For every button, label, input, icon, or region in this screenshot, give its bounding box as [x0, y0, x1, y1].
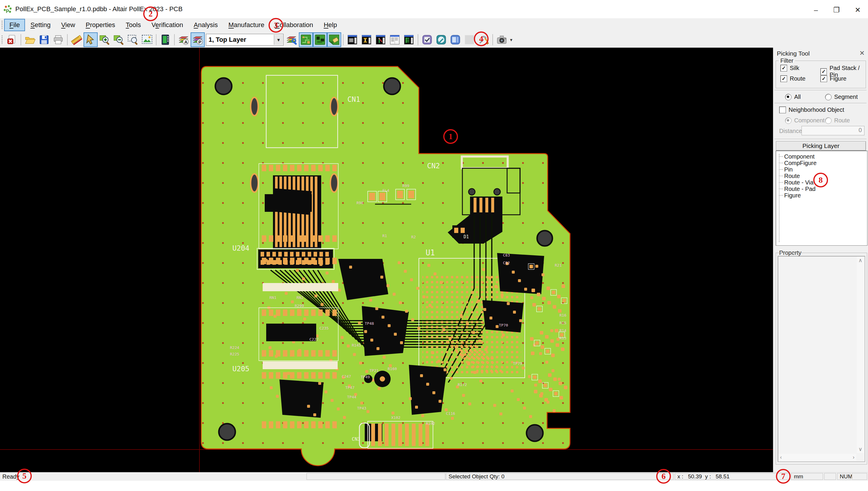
- component-window-button[interactable]: [345, 32, 359, 47]
- status-blank-cell-2: [852, 473, 867, 480]
- toolbar-separator: [156, 34, 156, 45]
- status-units: mm: [791, 473, 823, 480]
- origin-window-button[interactable]: [373, 32, 388, 47]
- menu-bar: FileSettingViewPropertiesToolsVerificati…: [0, 18, 868, 32]
- pcb-export-button[interactable]: [327, 32, 341, 47]
- zoom-fit-button[interactable]: [140, 32, 154, 47]
- pcb-route-button[interactable]: [299, 32, 313, 47]
- print-button[interactable]: [51, 32, 65, 47]
- panel-app-button[interactable]: [448, 32, 462, 47]
- menu-item-tools[interactable]: Tools: [121, 20, 146, 31]
- zoom-in-button[interactable]: [98, 32, 112, 47]
- camera-icon: [496, 34, 507, 45]
- annotation-circle-7: 7: [776, 469, 791, 484]
- pcb-ref-label: C116: [446, 411, 455, 416]
- pcb-ref-label: R99: [402, 183, 409, 188]
- toolbar: AP1, Top Layer▼▾: [0, 32, 868, 48]
- scroll-right-icon[interactable]: ›: [853, 454, 855, 460]
- menu-item-setting[interactable]: Setting: [26, 20, 55, 31]
- restore-button[interactable]: ❐: [827, 4, 846, 16]
- measure-ruler-icon: [71, 34, 82, 45]
- toolbar-overflow-chevron-icon[interactable]: ▾: [510, 37, 512, 42]
- board-display-button[interactable]: [158, 32, 172, 47]
- property-vscrollbar[interactable]: ∧ ∨: [857, 257, 864, 453]
- layer-select-dropdown[interactable]: 1, Top Layer▼: [206, 34, 283, 46]
- distance-input[interactable]: 0: [802, 126, 865, 135]
- save-file-button[interactable]: [37, 32, 51, 47]
- layer-list-item-compfigure[interactable]: CompFigure: [776, 160, 867, 166]
- toolbar-grip-handle[interactable]: [1, 35, 3, 45]
- annotation-circle-5: 5: [17, 469, 32, 483]
- panel-close-icon[interactable]: ✕: [860, 50, 865, 57]
- layer-list-item-pin[interactable]: Pin: [776, 166, 867, 173]
- pad-stack-pin-checkbox-box[interactable]: ✓: [820, 68, 827, 75]
- neighborhood-object-checkbox[interactable]: Neighborhood Object: [779, 107, 844, 113]
- select-cursor-button[interactable]: [84, 32, 98, 47]
- menu-item-manufacture[interactable]: Manufacture: [224, 20, 269, 31]
- menu-item-properties[interactable]: Properties: [81, 20, 120, 31]
- silk-checkbox-box[interactable]: ✓: [780, 65, 787, 71]
- layer-stack-p-button[interactable]: P: [190, 32, 205, 47]
- figure-checkbox-box[interactable]: ✓: [820, 75, 827, 82]
- zoom-window-button[interactable]: [126, 32, 140, 47]
- application-window: P PollEx_PCB_Sample_r1.0.pdbb - Altair P…: [0, 0, 868, 491]
- layer-list-item-figure[interactable]: Figure: [776, 192, 867, 199]
- picking-layer-list[interactable]: ComponentCompFigurePinRouteRoute - ViaRo…: [776, 151, 867, 246]
- pcb-component-button[interactable]: [313, 32, 327, 47]
- all-radio[interactable]: All: [785, 93, 801, 100]
- pcb-ref-label: RN2: [297, 295, 303, 300]
- segment-radio-dot[interactable]: [825, 94, 832, 100]
- camera-button[interactable]: [495, 32, 509, 47]
- minimize-button[interactable]: –: [807, 4, 825, 16]
- scroll-left-icon[interactable]: ‹: [780, 454, 782, 460]
- menu-item-analysis[interactable]: Analysis: [189, 20, 223, 31]
- annotation-circle-2: 2: [143, 6, 158, 21]
- layer-stack-a-icon: A: [178, 34, 189, 45]
- svg-text:P: P: [6, 9, 9, 14]
- all-radio-dot[interactable]: [785, 94, 791, 100]
- scroll-up-icon[interactable]: ∧: [858, 257, 862, 264]
- blank-icon: [464, 34, 475, 45]
- zoom-out-button[interactable]: [112, 32, 126, 47]
- close-document-button[interactable]: [5, 32, 19, 47]
- menu-item-help[interactable]: Help: [319, 20, 341, 31]
- menu-item-view[interactable]: View: [57, 20, 80, 31]
- route-checkbox[interactable]: ✓ Route: [780, 75, 805, 82]
- picking-layer-button[interactable]: Picking Layer: [776, 141, 866, 151]
- pcb-ref-label: R2: [411, 235, 416, 239]
- annotation-circle-4: 4: [474, 31, 488, 46]
- neighborhood-object-checkbox-box[interactable]: [779, 107, 786, 113]
- property-text-area[interactable]: [778, 256, 865, 462]
- layer-settings-button[interactable]: [285, 32, 299, 47]
- tree-window-button[interactable]: [402, 32, 416, 47]
- pcb-label-cn1: CN1: [348, 95, 360, 104]
- silk-checkbox[interactable]: ✓ Silk: [780, 65, 799, 71]
- verify-app-button[interactable]: [420, 32, 434, 47]
- route-checkbox-box[interactable]: ✓: [780, 75, 787, 82]
- open-file-button[interactable]: [23, 32, 37, 47]
- figure-checkbox[interactable]: ✓ Figure: [820, 75, 846, 82]
- status-coordinates: x : 50.39 y : 58.51: [675, 473, 790, 480]
- segment-radio[interactable]: Segment: [825, 93, 858, 100]
- edit-app-button[interactable]: [434, 32, 448, 47]
- pcb-ref-label: TP70: [499, 323, 508, 327]
- layer-stack-p-icon: P: [192, 34, 203, 45]
- select-cursor-icon: [85, 34, 96, 45]
- pcb-canvas[interactable]: CN1CN2U1U204U205CN3D1FL4R99R98R1R2RN1RN2…: [0, 48, 773, 472]
- list-window-button[interactable]: [388, 32, 402, 47]
- dropdown-arrow-icon[interactable]: ▼: [274, 35, 283, 45]
- edit-app-icon: [436, 34, 447, 45]
- pcb-ref-label: R15: [560, 321, 566, 325]
- close-button[interactable]: ✕: [848, 4, 867, 16]
- pcb-ref-label: C247: [342, 374, 351, 379]
- menu-item-verification[interactable]: Verification: [147, 20, 188, 31]
- layer-stack-a-button[interactable]: A: [177, 32, 190, 47]
- measure-ruler-button[interactable]: [69, 32, 84, 47]
- layer-list-item-component[interactable]: Component: [776, 153, 867, 160]
- scroll-down-icon[interactable]: ∨: [858, 446, 862, 453]
- pcb-route-icon: [300, 34, 311, 45]
- net-window-button[interactable]: [359, 32, 373, 47]
- menu-grip-handle[interactable]: [1, 20, 3, 30]
- menu-item-file[interactable]: File: [5, 20, 24, 31]
- property-hscrollbar[interactable]: ‹ ›: [778, 454, 856, 461]
